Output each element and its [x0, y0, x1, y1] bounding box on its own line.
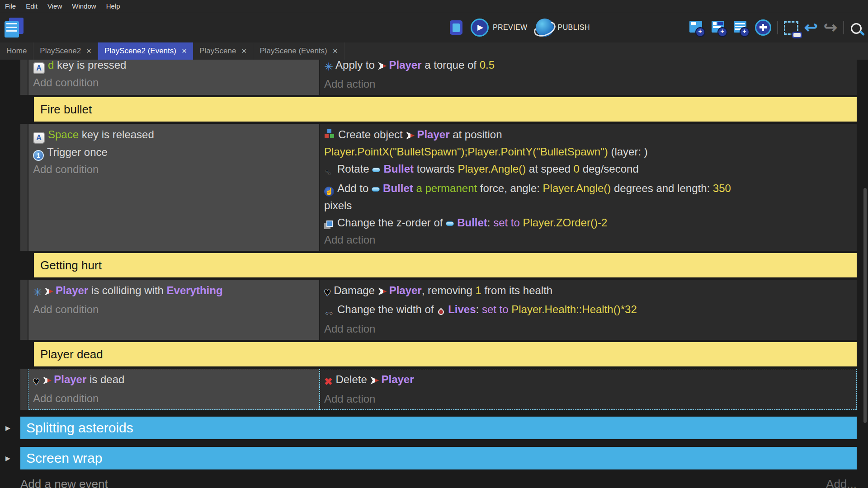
close-icon[interactable]: ×	[86, 46, 91, 56]
vertical-scrollbar[interactable]	[863, 188, 867, 423]
force-icon: ☝	[324, 187, 334, 197]
event-row-selected: ♥Player is dead Add condition ✖Delete Pl…	[20, 369, 857, 410]
action[interactable]: ✖Delete Player	[324, 371, 857, 390]
action[interactable]: Create object Player at positionPlayer.P…	[324, 126, 857, 160]
close-icon[interactable]: ×	[241, 46, 246, 56]
select-instructions-icon[interactable]	[784, 21, 798, 35]
player-icon	[378, 287, 387, 296]
event-row: Ad key is pressed Add condition ✳Apply t…	[20, 60, 857, 95]
add-circle-icon[interactable]	[755, 19, 771, 36]
publish-label: PUBLISH	[558, 23, 590, 32]
heart-icon: ♥	[33, 373, 39, 390]
bullet-icon	[372, 187, 380, 192]
tab-playscene-events[interactable]: PlayScene (Events) ×	[253, 42, 344, 60]
event-drag-handle[interactable]	[20, 280, 28, 340]
events-sheet: Ad key is pressed Add condition ✳Apply t…	[0, 60, 868, 488]
event-drag-handle[interactable]	[20, 60, 28, 95]
debugger-icon[interactable]	[450, 20, 462, 35]
player-icon	[406, 131, 415, 140]
menu-item-edit[interactable]: Edit	[21, 2, 42, 10]
tab-bar: Home PlayScene2 × PlayScene2 (Events) × …	[0, 42, 868, 60]
menu-item-help[interactable]: Help	[101, 2, 125, 10]
publish-button[interactable]: PUBLISH	[536, 19, 590, 37]
action[interactable]: ☝Add to Bullet a permanent force, angle:…	[324, 180, 857, 214]
condition[interactable]: 1Trigger once	[33, 144, 319, 161]
actions-cell: ✖Delete Player Add action	[320, 369, 857, 410]
delete-icon: ✖	[324, 373, 332, 390]
event-row: ASpace key is released 1Trigger once Add…	[20, 124, 857, 251]
add-event-icon[interactable]	[689, 19, 705, 36]
tab-playscene2-events[interactable]: PlayScene2 (Events) ×	[98, 42, 193, 60]
add-more-link[interactable]: Add...	[826, 477, 857, 488]
tab-home[interactable]: Home	[0, 42, 33, 60]
action[interactable]: ↔Rotate Bullet towards Player.Angle() at…	[324, 160, 857, 180]
collapse-arrow-icon[interactable]: ▶	[5, 455, 10, 462]
gdevelop-logo-icon	[4, 17, 24, 38]
group-splitting-asteroids[interactable]: ▶ Splitting asteroids	[20, 417, 857, 439]
toolbar-right: ↩ ↪	[689, 12, 864, 42]
condition[interactable]: Ad key is pressed	[33, 60, 319, 74]
add-comment-icon[interactable]	[733, 19, 749, 36]
action[interactable]: Change the z-order of Bullet: set to Pla…	[324, 214, 857, 231]
preview-play-icon: ▶	[471, 19, 489, 37]
add-action-link[interactable]: Add action	[324, 231, 857, 249]
event-row: ✳Player is colliding with Everything Add…	[20, 280, 857, 340]
actions-cell: ✳Apply to Player a torque of 0.5 Add act…	[320, 60, 857, 95]
event-drag-handle[interactable]	[20, 369, 28, 410]
close-icon[interactable]: ×	[333, 46, 338, 56]
add-action-link[interactable]: Add action	[324, 75, 857, 93]
menu-item-window[interactable]: Window	[67, 2, 101, 10]
create-object-icon	[324, 128, 335, 140]
sheet-footer: Add a new event Add...	[20, 477, 857, 488]
conditions-cell: ✳Player is colliding with Everything Add…	[28, 280, 320, 340]
comment-player-dead[interactable]: Player dead	[34, 342, 857, 366]
redo-icon: ↪	[824, 19, 837, 36]
menu-item-view[interactable]: View	[42, 2, 67, 10]
add-new-event-link[interactable]: Add a new event	[20, 477, 108, 488]
tab-playscene2[interactable]: PlayScene2 ×	[33, 42, 98, 60]
comment-getting-hurt[interactable]: Getting hurt	[34, 253, 857, 277]
menu-bar: File Edit View Window Help	[0, 0, 868, 12]
condition[interactable]: ✳Player is colliding with Everything	[33, 282, 319, 301]
bullet-icon	[446, 221, 454, 226]
width-icon: ↔	[324, 303, 334, 320]
add-condition-link[interactable]: Add condition	[33, 301, 319, 318]
preview-button[interactable]: ▶ PREVIEW	[471, 19, 528, 37]
conditions-cell: ♥Player is dead Add condition	[28, 369, 320, 410]
bullet-icon	[372, 168, 380, 172]
add-action-link[interactable]: Add action	[324, 320, 857, 338]
action[interactable]: ↔Change the width of Lives: set to Playe…	[324, 301, 857, 320]
comment-fire-bullet[interactable]: Fire bullet	[34, 97, 857, 122]
menu-item-file[interactable]: File	[0, 2, 21, 10]
main-toolbar: ▶ PREVIEW PUBLISH ↩ ↪	[0, 12, 868, 42]
add-action-link[interactable]: Add action	[324, 390, 857, 408]
add-condition-link[interactable]: Add condition	[33, 161, 319, 178]
undo-icon[interactable]: ↩	[804, 19, 818, 36]
condition[interactable]: ASpace key is released	[33, 126, 319, 144]
close-icon[interactable]: ×	[182, 46, 187, 56]
toolbar-separator	[777, 21, 778, 34]
toolbar-center: ▶ PREVIEW PUBLISH	[450, 12, 590, 42]
add-condition-link[interactable]: Add condition	[33, 390, 319, 407]
keyboard-key-icon: A	[33, 62, 45, 74]
search-icon[interactable]	[851, 23, 862, 34]
trigger-once-icon: 1	[33, 150, 44, 161]
event-drag-handle[interactable]	[20, 124, 28, 251]
conditions-cell: Ad key is pressed Add condition	[28, 60, 320, 95]
condition[interactable]: ♥Player is dead	[33, 371, 319, 390]
toolbar-separator	[843, 21, 844, 34]
player-icon	[370, 376, 379, 385]
actions-cell: Create object Player at positionPlayer.P…	[320, 124, 857, 251]
add-condition-link[interactable]: Add condition	[33, 74, 319, 91]
tab-playscene[interactable]: PlayScene ×	[193, 42, 253, 60]
action[interactable]: ♥Damage Player, removing 1 from its heal…	[324, 282, 857, 301]
group-screen-wrap[interactable]: ▶ Screen wrap	[20, 447, 857, 469]
publish-planet-icon	[536, 19, 554, 37]
preview-label: PREVIEW	[493, 23, 528, 32]
actions-cell: ♥Damage Player, removing 1 from its heal…	[320, 280, 857, 340]
action[interactable]: ✳Apply to Player a torque of 0.5	[324, 60, 857, 75]
lives-icon	[437, 308, 445, 316]
add-subevent-icon[interactable]	[711, 19, 727, 36]
zorder-icon	[326, 221, 333, 227]
collapse-arrow-icon[interactable]: ▶	[5, 424, 10, 432]
